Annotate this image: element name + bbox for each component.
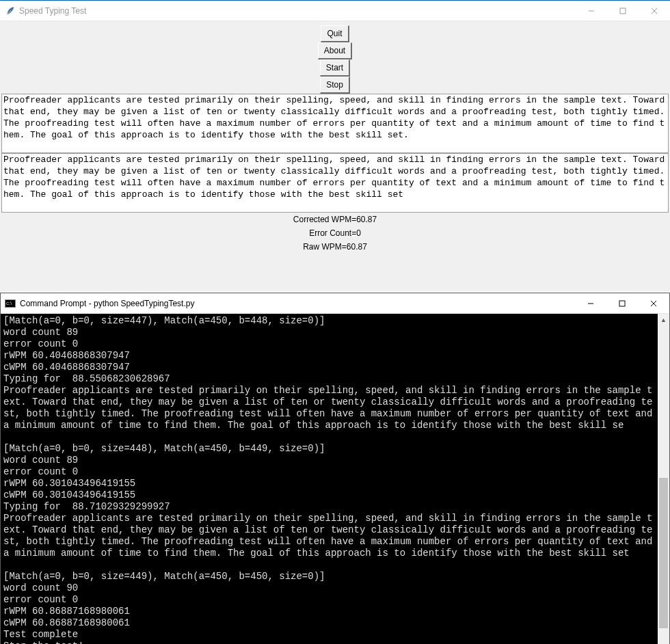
maximize-button[interactable]	[607, 1, 639, 21]
tk-body: Quit About Start Stop Proofreader applic…	[0, 21, 670, 254]
cmd-close-button[interactable]	[638, 293, 669, 314]
cmd-window-title: Command Prompt - python SpeedTypingTest.…	[20, 299, 194, 308]
cmd-titlebar[interactable]: c:\ Command Prompt - python SpeedTypingT…	[1, 293, 669, 314]
feather-icon	[5, 6, 15, 16]
cmd-output[interactable]: [Match(a=0, b=0, size=447), Match(a=450,…	[1, 314, 658, 644]
stop-button[interactable]: Stop	[320, 77, 350, 94]
cmd-minimize-button[interactable]	[575, 293, 606, 314]
tk-window-title: Speed Typing Test	[19, 6, 86, 16]
svg-rect-1	[620, 8, 626, 14]
sample-text-box[interactable]: Proofreader applicants are tested primar…	[1, 94, 669, 153]
error-count-label: Error Count=0	[0, 226, 670, 240]
raw-wpm-label: Raw WPM=60.87	[0, 240, 670, 254]
typing-input-box[interactable]: Proofreader applicants are tested primar…	[1, 153, 669, 213]
minimize-button[interactable]	[576, 1, 607, 21]
scroll-thumb[interactable]	[659, 478, 668, 628]
tk-titlebar[interactable]: Speed Typing Test	[0, 1, 670, 21]
cmd-window: c:\ Command Prompt - python SpeedTypingT…	[0, 293, 670, 644]
corrected-wpm-label: Corrected WPM=60.87	[0, 213, 670, 226]
cmd-maximize-button[interactable]	[606, 293, 638, 314]
quit-button[interactable]: Quit	[321, 25, 349, 42]
button-column: Quit About Start Stop	[0, 25, 670, 94]
close-button[interactable]	[639, 1, 670, 21]
tk-window: Speed Typing Test Quit About Start Stop	[0, 0, 670, 291]
start-button[interactable]: Start	[320, 59, 350, 77]
svg-rect-5	[619, 301, 625, 306]
about-button[interactable]: About	[318, 42, 352, 59]
cmd-icon: c:\	[5, 299, 16, 308]
cmd-scrollbar[interactable]: ▲ ▼	[658, 314, 669, 644]
scroll-up-icon[interactable]: ▲	[658, 314, 669, 325]
